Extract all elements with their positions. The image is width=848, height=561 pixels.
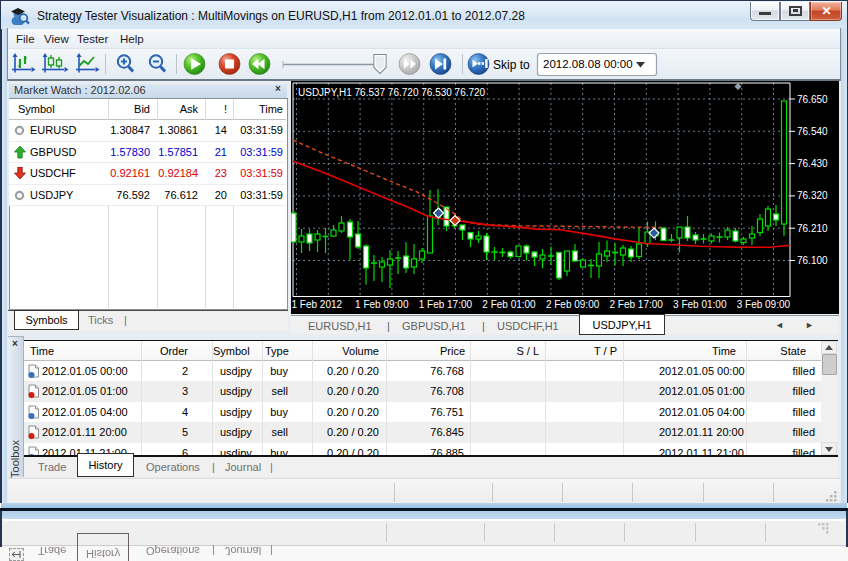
svg-text:2012.08.08 00:00: 2012.08.08 00:00 xyxy=(543,58,633,70)
svg-text:2 Feb 09:00: 2 Feb 09:00 xyxy=(546,299,600,310)
svg-text:76.540: 76.540 xyxy=(797,126,828,137)
svg-text:76.430: 76.430 xyxy=(797,158,828,169)
svg-text:76.650: 76.650 xyxy=(797,94,828,105)
svg-text:1 Feb 2012: 1 Feb 2012 xyxy=(292,299,343,310)
svg-text:USDJPY,H1 76.537 76.720 76.53: USDJPY,H1 76.537 76.720 76.530 76.720 xyxy=(298,87,486,98)
svg-text:1 Feb 09:00: 1 Feb 09:00 xyxy=(355,299,409,310)
svg-text:3 Feb 09:00: 3 Feb 09:00 xyxy=(737,299,791,310)
svg-text:2 Feb 17:00: 2 Feb 17:00 xyxy=(610,299,664,310)
svg-text:1 Feb 17:00: 1 Feb 17:00 xyxy=(419,299,473,310)
svg-text:76.210: 76.210 xyxy=(797,223,828,234)
svg-text:76.320: 76.320 xyxy=(797,190,828,201)
svg-text:2 Feb 01:00: 2 Feb 01:00 xyxy=(482,299,536,310)
svg-text:Skip to: Skip to xyxy=(493,58,530,72)
svg-text:76.100: 76.100 xyxy=(797,255,828,266)
svg-text:3 Feb 01:00: 3 Feb 01:00 xyxy=(673,299,727,310)
